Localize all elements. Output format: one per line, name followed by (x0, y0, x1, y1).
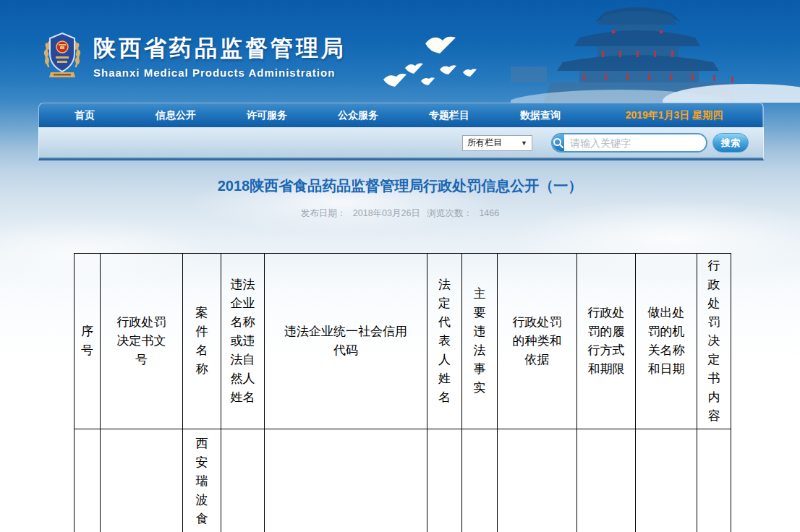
publish-date-label: 发布日期： (301, 208, 346, 218)
column-header: 行政处罚决定书内容 (697, 254, 731, 429)
table-cell (427, 429, 462, 532)
table-row: 西安瑞波食品 (75, 429, 731, 532)
search-button[interactable]: 搜索 (712, 133, 749, 153)
agency-emblem-logo (41, 29, 83, 82)
nav-item-special-topics[interactable]: 专题栏目 (404, 103, 495, 127)
dropdown-arrow-icon: ▼ (521, 140, 527, 147)
table-cell: 西安瑞波食品 (183, 429, 221, 532)
bell-tower-image (511, 0, 800, 103)
table-cell (636, 429, 697, 532)
column-header: 法定代表人姓名 (427, 254, 462, 429)
search-input[interactable] (564, 134, 707, 151)
column-header: 行政处罚决定书文号 (101, 254, 183, 429)
table-header-row: 序号行政处罚决定书文号案件名称违法企业名称或违法自然人姓名违法企业统一社会信用代… (75, 254, 731, 429)
search-box (551, 133, 707, 153)
table-cell (75, 429, 101, 532)
table-cell (697, 429, 731, 532)
article: 2018陕西省食品药品监督管理局行政处罚信息公开（一） 发布日期： 2018年0… (0, 160, 800, 532)
search-icon (553, 134, 564, 151)
column-header: 主要违法事实 (462, 254, 498, 429)
column-header: 做出处罚的机关名称和日期 (636, 254, 697, 429)
site-title: 陕西省药品监督管理局 (93, 33, 346, 64)
nav-item-home[interactable]: 首页 (39, 103, 130, 127)
nav-date: 2019年1月3日 星期四 (586, 103, 763, 127)
nav-item-data-query[interactable]: 数据查询 (495, 103, 586, 127)
column-header: 案件名称 (183, 254, 221, 429)
column-header: 行政处罚的种类和依据 (498, 254, 577, 429)
column-header: 违法企业统一社会信用代码 (265, 254, 427, 429)
views-value: 1466 (479, 208, 499, 218)
site-header: 陕西省药品监督管理局 Shaanxi Medical Products Admi… (0, 0, 800, 103)
nav-item-licensing-services[interactable]: 许可服务 (221, 103, 312, 127)
table-cell (221, 429, 265, 532)
nav-item-info-disclosure[interactable]: 信息公开 (130, 103, 221, 127)
nav-item-public-services[interactable]: 公众服务 (312, 103, 404, 127)
site-subtitle: Shaanxi Medical Products Administration (93, 66, 346, 79)
publish-date-value: 2018年03月26日 (353, 208, 420, 218)
main-container: 首页信息公开许可服务公众服务专题栏目数据查询2019年1月3日 星期四 所有栏目… (38, 103, 764, 160)
views-label: 浏览次数： (427, 208, 472, 218)
page-title: 2018陕西省食品药品监督管理局行政处罚信息公开（一） (0, 176, 800, 196)
category-select[interactable]: 所有栏目 ▼ (462, 135, 532, 151)
main-nav: 首页信息公开许可服务公众服务专题栏目数据查询2019年1月3日 星期四 (38, 103, 764, 127)
table-cell (498, 429, 577, 532)
column-header: 行政处罚的履行方式和期限 (577, 254, 636, 429)
category-select-value: 所有栏目 (467, 137, 502, 149)
table-cell (462, 429, 498, 532)
table-cell (577, 429, 636, 532)
brand: 陕西省药品监督管理局 Shaanxi Medical Products Admi… (41, 29, 346, 82)
penalty-table: 序号行政处罚决定书文号案件名称违法企业名称或违法自然人姓名违法企业统一社会信用代… (74, 253, 731, 532)
column-header: 序号 (75, 254, 101, 429)
table-cell (101, 429, 183, 532)
table-cell (265, 429, 427, 532)
column-header: 违法企业名称或违法自然人姓名 (221, 254, 265, 429)
article-meta: 发布日期： 2018年03月26日 浏览次数： 1466 (0, 207, 800, 220)
dove-icons (376, 35, 521, 100)
search-bar-row: 所有栏目 ▼ 搜索 (38, 127, 764, 160)
